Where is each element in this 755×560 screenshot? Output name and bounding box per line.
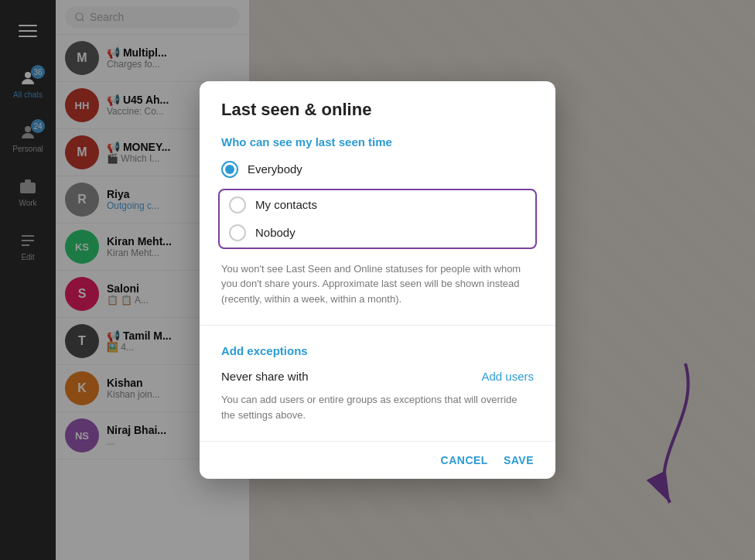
never-share-label: Never share with [221, 370, 309, 383]
radio-everybody-label: Everybody [248, 162, 302, 176]
exceptions-row: Never share with Add users [221, 370, 534, 383]
radio-my-contacts[interactable] [229, 196, 246, 213]
radio-option-nobody[interactable]: Nobody [229, 224, 526, 241]
modal-section-exceptions: Add exceptions Never share with Add user… [200, 325, 555, 441]
radio-option-my-contacts[interactable]: My contacts [229, 196, 526, 213]
save-button[interactable]: SAVE [504, 454, 534, 466]
cancel-button[interactable]: CANCEL [441, 454, 488, 466]
modal-section-visibility: Last seen & online Who can see my last s… [200, 81, 555, 326]
radio-option-everybody[interactable]: Everybody [221, 161, 534, 178]
highlight-box: My contacts Nobody [218, 189, 537, 249]
last-seen-modal: Last seen & online Who can see my last s… [200, 81, 555, 480]
section-heading-visibility: Who can see my last seen time [221, 135, 534, 149]
radio-my-contacts-label: My contacts [255, 198, 317, 211]
visibility-note: You won't see Last Seen and Online statu… [221, 261, 534, 307]
modal-footer: CANCEL SAVE [200, 441, 555, 479]
radio-everybody[interactable] [221, 161, 238, 178]
add-users-button[interactable]: Add users [481, 370, 534, 383]
radio-nobody-label: Nobody [255, 226, 296, 239]
exceptions-note: You can add users or entire groups as ex… [221, 392, 534, 422]
radio-nobody[interactable] [229, 224, 246, 241]
modal-overlay: Last seen & online Who can see my last s… [0, 0, 755, 560]
section-heading-exceptions: Add exceptions [221, 344, 534, 357]
modal-title: Last seen & online [221, 100, 534, 120]
